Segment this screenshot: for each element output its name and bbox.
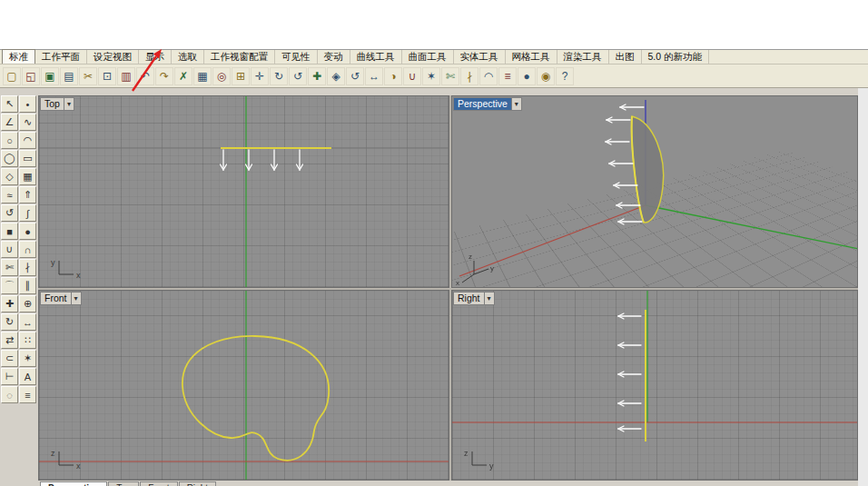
polygon-icon[interactable]: ◇	[1, 168, 18, 185]
zoom-window-icon[interactable]: ◎	[212, 67, 231, 85]
offset-surface[interactable]	[632, 116, 664, 223]
sweep-icon[interactable]: ∫	[19, 204, 36, 222]
flip-arrow[interactable]	[618, 401, 641, 406]
undo-icon[interactable]: ↶	[136, 67, 154, 85]
select-icon[interactable]: ↖	[1, 95, 18, 113]
copy-icon[interactable]: ⊕	[19, 295, 36, 312]
profile-curve[interactable]	[182, 336, 329, 461]
viewport-perspective[interactable]: z y x Perspective ▾	[451, 95, 858, 288]
menu-tab[interactable]: 可见性	[275, 50, 318, 64]
flip-arrow[interactable]	[618, 342, 641, 348]
flip-arrow[interactable]	[618, 219, 642, 224]
menu-tab[interactable]: 显示	[139, 50, 172, 64]
menu-tab[interactable]: 实体工具	[454, 50, 506, 64]
viewport-title-top[interactable]: Top ▾	[40, 97, 74, 111]
viewport-title-label[interactable]: Front	[40, 292, 72, 305]
move-icon[interactable]: ✚	[308, 67, 326, 85]
text-icon[interactable]: A	[19, 368, 36, 385]
chevron-down-icon[interactable]: ▾	[485, 292, 495, 305]
flip-arrow[interactable]	[620, 104, 644, 110]
viewport-title-label[interactable]: Perspective	[453, 97, 512, 111]
array-icon[interactable]: ∷	[19, 332, 36, 349]
paste-icon[interactable]: ▥	[117, 67, 135, 85]
menu-tab[interactable]: 出图	[609, 50, 642, 64]
perspective-viewport-canvas[interactable]: z y x	[452, 96, 858, 288]
flip-arrow[interactable]	[614, 183, 637, 188]
fillet-curve-icon[interactable]: ⌒	[1, 277, 18, 294]
rotate-view-icon[interactable]: ↻	[270, 67, 288, 85]
mirror-icon[interactable]: ◑	[384, 67, 402, 85]
box-icon[interactable]: ■	[1, 223, 18, 240]
flip-arrow[interactable]	[606, 139, 629, 144]
sphere-icon[interactable]: ●	[19, 223, 36, 240]
hide-icon[interactable]: ◌	[1, 386, 18, 403]
offset-icon[interactable]: ≡	[498, 67, 517, 85]
viewport-tab[interactable]: Front	[140, 481, 177, 486]
zoom-extents-icon[interactable]: ⊞	[232, 67, 250, 85]
menu-tab[interactable]: 工作视窗配置	[204, 50, 275, 64]
offset-curve-icon[interactable]: ∥	[19, 277, 36, 294]
viewport-front[interactable]: z x Front ▾	[38, 290, 449, 481]
menu-tab[interactable]: 设定视图	[87, 50, 139, 64]
cut-icon[interactable]: ✂	[79, 67, 97, 85]
viewport-tab[interactable]: Right	[179, 481, 216, 486]
flip-arrow[interactable]	[609, 161, 633, 166]
move-icon[interactable]: ✚	[1, 295, 18, 312]
flip-arrow[interactable]	[297, 150, 303, 170]
surface-icon[interactable]: ▦	[19, 168, 36, 185]
loft-icon[interactable]: ≈	[1, 186, 18, 203]
scale-icon[interactable]: ↔	[365, 67, 383, 85]
flip-arrow[interactable]	[618, 372, 641, 377]
flip-arrow[interactable]	[271, 150, 278, 170]
trim-icon[interactable]: ✄	[441, 67, 459, 85]
split-icon[interactable]: ∤	[460, 67, 478, 85]
save-file-icon[interactable]: ▣	[41, 67, 59, 85]
help-icon[interactable]: ?	[556, 67, 574, 85]
polyline-icon[interactable]: ∠	[1, 114, 18, 131]
flip-arrow[interactable]	[618, 313, 641, 319]
chevron-down-icon[interactable]: ▾	[64, 97, 74, 111]
viewport-title-label[interactable]: Top	[40, 97, 64, 111]
render-icon[interactable]: ◉	[537, 67, 555, 85]
revolve-icon[interactable]: ↺	[1, 204, 18, 222]
viewport-right[interactable]: z y Right ▾	[451, 290, 858, 481]
boolean-union-icon[interactable]: ∪	[1, 241, 18, 258]
print-icon[interactable]: ▤	[60, 67, 78, 85]
menu-tab[interactable]: 工作平面	[35, 50, 87, 64]
menu-tab[interactable]: 渲染工具	[557, 50, 609, 64]
undo-view-icon[interactable]: ↺	[289, 67, 307, 85]
delete-icon[interactable]: ✗	[174, 67, 192, 85]
mirror-icon[interactable]: ⇄	[1, 332, 18, 349]
extrude-icon[interactable]: ⇑	[19, 186, 36, 203]
menu-tab[interactable]: 曲线工具	[350, 50, 402, 64]
shaded-view-icon[interactable]: ●	[518, 67, 536, 85]
menu-tab[interactable]: 曲面工具	[402, 50, 454, 64]
viewport-tab[interactable]: Perspective	[40, 481, 107, 486]
flip-arrow[interactable]	[616, 203, 640, 208]
viewport-title-label[interactable]: Right	[453, 292, 485, 305]
menu-tab[interactable]: 网格工具	[506, 50, 557, 64]
front-viewport-canvas[interactable]: z x	[39, 291, 449, 480]
menu-tab[interactable]: 选取	[172, 50, 204, 64]
join-icon[interactable]: ⊂	[1, 350, 18, 367]
redo-icon[interactable]: ↷	[155, 67, 173, 85]
layer-icon[interactable]: ≡	[19, 386, 36, 403]
menu-tab[interactable]: 标准	[2, 49, 35, 64]
split-icon[interactable]: ∤	[19, 259, 36, 276]
scale-icon[interactable]: ↔	[19, 313, 36, 331]
flip-arrow[interactable]	[618, 426, 641, 431]
copy-icon[interactable]: ⊡	[98, 67, 116, 85]
top-viewport-canvas[interactable]: y x	[39, 96, 449, 288]
chevron-down-icon[interactable]: ▾	[72, 292, 82, 305]
boolean-difference-icon[interactable]: ∩	[19, 241, 36, 258]
explode-icon[interactable]: ✶	[422, 67, 440, 85]
rectangle-icon[interactable]: ▭	[19, 150, 36, 167]
right-viewport-canvas[interactable]: z y	[452, 291, 858, 480]
chevron-down-icon[interactable]: ▾	[512, 97, 522, 111]
menu-tab[interactable]: 5.0 的新功能	[642, 50, 710, 64]
menu-tab[interactable]: 变动	[318, 50, 350, 64]
viewport-title-perspective[interactable]: Perspective ▾	[453, 97, 522, 111]
flip-arrow[interactable]	[607, 117, 630, 123]
dimension-icon[interactable]: ⊢	[1, 368, 18, 385]
flip-arrow[interactable]	[221, 150, 227, 170]
